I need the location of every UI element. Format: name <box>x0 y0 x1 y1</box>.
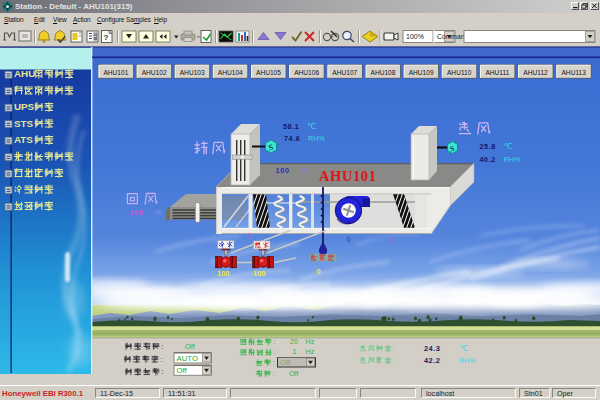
svg-text:Off: Off <box>289 369 298 378</box>
svg-text:Hz: Hz <box>306 337 315 346</box>
svg-text:Off: Off <box>280 358 291 367</box>
svg-text::: : <box>161 355 163 364</box>
svg-text:100: 100 <box>253 269 266 278</box>
svg-text:100: 100 <box>276 166 290 175</box>
svg-text:RH%: RH% <box>504 155 521 164</box>
svg-text:AHU112: AHU112 <box>523 69 548 76</box>
svg-text:40.2: 40.2 <box>480 155 496 164</box>
svg-text:100: 100 <box>130 208 144 217</box>
svg-text:74.6: 74.6 <box>284 134 300 143</box>
svg-text::: : <box>162 367 164 376</box>
svg-text:AHU110: AHU110 <box>447 69 472 76</box>
svg-text::: : <box>162 342 164 351</box>
svg-text:0: 0 <box>317 267 321 276</box>
svg-text:0: 0 <box>347 236 351 243</box>
svg-text:AHU108: AHU108 <box>371 69 396 76</box>
svg-text:1: 1 <box>293 347 297 356</box>
svg-text:AUTO: AUTO <box>177 354 199 363</box>
svg-text::: : <box>273 370 275 377</box>
svg-text:AHU102: AHU102 <box>142 69 167 76</box>
svg-text:58.1: 58.1 <box>283 122 299 131</box>
svg-text::: : <box>273 348 275 355</box>
svg-text::: : <box>273 359 275 366</box>
svg-text:℃: ℃ <box>504 142 513 151</box>
svg-text:STS: STS <box>14 118 34 129</box>
svg-text:AHU107: AHU107 <box>332 69 357 76</box>
svg-text:AHU: AHU <box>14 68 35 79</box>
svg-text:25.8: 25.8 <box>480 142 496 151</box>
svg-text:100: 100 <box>217 269 230 278</box>
svg-text::: : <box>393 357 395 364</box>
svg-text:AHU101: AHU101 <box>319 168 377 184</box>
svg-text:AHU104: AHU104 <box>218 69 243 76</box>
svg-text:Off: Off <box>177 366 188 375</box>
svg-text:9: 9 <box>389 237 393 244</box>
svg-text:℃: ℃ <box>459 344 468 353</box>
svg-text:RH%: RH% <box>459 357 475 364</box>
svg-text:AHU109: AHU109 <box>409 69 434 76</box>
svg-text:%: % <box>301 166 308 175</box>
svg-text:%: % <box>155 208 162 217</box>
svg-text:RH%: RH% <box>308 134 325 143</box>
svg-text:42.2: 42.2 <box>424 356 440 365</box>
svg-text:AHU105: AHU105 <box>256 69 281 76</box>
svg-text:Hz: Hz <box>306 347 315 356</box>
svg-text::: : <box>273 338 275 345</box>
svg-text:UPS: UPS <box>14 101 35 112</box>
svg-text:24.3: 24.3 <box>424 344 440 353</box>
svg-text:20: 20 <box>290 337 298 346</box>
svg-text:℃: ℃ <box>307 122 316 131</box>
svg-text:AHU103: AHU103 <box>180 69 205 76</box>
svg-text:0: 0 <box>248 232 252 239</box>
svg-text:AHU111: AHU111 <box>485 69 509 76</box>
svg-text:ATS: ATS <box>14 134 33 145</box>
svg-text:AHU101: AHU101 <box>103 69 128 76</box>
svg-text::: : <box>393 345 395 352</box>
svg-text:Off: Off <box>185 342 196 351</box>
svg-text:AHU113: AHU113 <box>561 69 586 76</box>
svg-text:AHU106: AHU106 <box>294 69 319 76</box>
